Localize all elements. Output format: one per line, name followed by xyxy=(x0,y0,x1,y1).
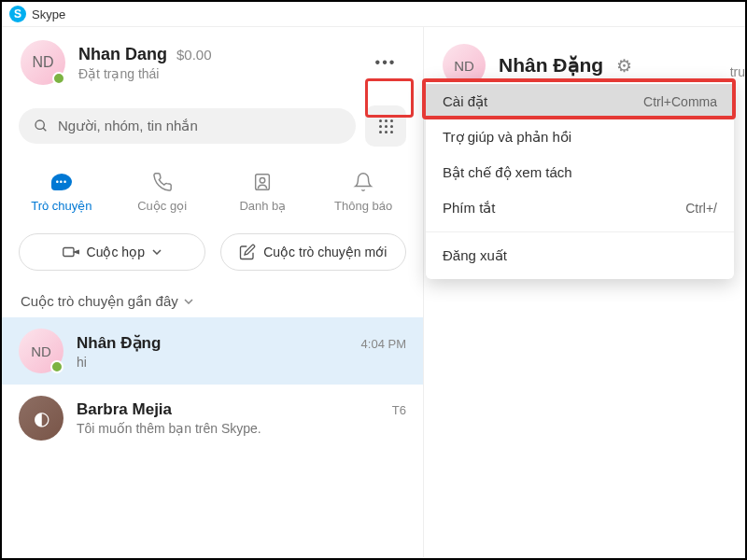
menu-item-signout[interactable]: Đăng xuất xyxy=(426,238,734,273)
svg-line-1 xyxy=(43,128,46,131)
svg-point-3 xyxy=(261,177,266,183)
new-chat-button[interactable]: Cuộc trò chuyện mới xyxy=(220,233,407,271)
tab-calls[interactable]: Cuộc gọi xyxy=(112,171,213,213)
titlebar: S Skype xyxy=(2,2,745,27)
search-icon xyxy=(34,119,49,133)
phone-icon xyxy=(152,172,173,192)
shortcut-label: Ctrl+Comma xyxy=(643,94,717,109)
tab-notifications[interactable]: Thông báo xyxy=(313,171,414,213)
chat-icon: ••• xyxy=(51,174,72,190)
skype-logo-icon: S xyxy=(9,6,26,22)
truncated-text: tru xyxy=(730,64,745,79)
svg-marker-5 xyxy=(74,251,78,254)
dialpad-button[interactable] xyxy=(365,105,406,147)
more-icon xyxy=(375,54,397,71)
profile-name: Nhan Dang xyxy=(78,45,167,64)
more-dropdown-menu: Cài đặt Ctrl+Comma Trợ giúp và phản hồi … xyxy=(426,78,734,279)
tab-contacts[interactable]: Danh bạ xyxy=(213,171,314,213)
shortcut-label: Ctrl+/ xyxy=(685,201,717,216)
chat-title: Nhân Đặng xyxy=(499,54,603,77)
svg-rect-4 xyxy=(63,248,73,257)
search-input[interactable]: Người, nhóm, tin nhắn xyxy=(19,108,356,144)
conversation-item[interactable]: ND Nhân Đặng 4:04 PM hi xyxy=(2,317,423,385)
avatar: ND xyxy=(19,329,63,373)
video-icon xyxy=(63,245,79,259)
menu-separator xyxy=(426,231,734,232)
conversation-time: T6 xyxy=(392,403,406,417)
menu-item-settings[interactable]: Cài đặt Ctrl+Comma xyxy=(426,84,734,119)
chevron-down-icon xyxy=(184,299,193,304)
avatar[interactable]: ND xyxy=(21,40,65,85)
conversation-item[interactable]: ◐ Barbra Mejia T6 Tôi muốn thêm bạn trên… xyxy=(2,385,423,452)
conversation-preview: hi xyxy=(77,355,406,370)
profile-section: ND Nhan Dang $0.00 Đặt trạng thái xyxy=(2,27,423,94)
gear-icon[interactable]: ⚙ xyxy=(616,55,632,77)
contacts-icon xyxy=(252,172,273,192)
compose-icon xyxy=(239,244,256,260)
bell-icon xyxy=(353,172,374,192)
presence-indicator-icon xyxy=(50,360,63,373)
more-menu-button[interactable] xyxy=(367,47,404,78)
conversation-preview: Tôi muốn thêm bạn trên Skype. xyxy=(77,421,406,436)
avatar: ◐ xyxy=(19,396,63,441)
menu-item-split-view[interactable]: Bật chế độ xem tách xyxy=(426,155,734,190)
conversation-name: Nhân Đặng xyxy=(77,333,161,353)
conversation-time: 4:04 PM xyxy=(361,337,406,351)
meet-now-button[interactable]: Cuộc họp xyxy=(19,233,205,271)
dialpad-icon xyxy=(379,119,393,133)
set-status-link[interactable]: Đặt trạng thái xyxy=(78,66,367,81)
nav-tabs: ••• Trò chuyện Cuộc gọi Danh bạ Thông bá… xyxy=(2,154,423,222)
recent-chats-header[interactable]: Cuộc trò chuyện gần đây xyxy=(2,282,423,317)
tab-chats[interactable]: ••• Trò chuyện xyxy=(11,171,112,213)
chevron-down-icon xyxy=(152,249,162,255)
presence-indicator-icon xyxy=(52,72,65,85)
conversation-name: Barbra Mejia xyxy=(77,400,172,419)
menu-item-shortcuts[interactable]: Phím tắt Ctrl+/ xyxy=(426,190,734,226)
menu-item-help[interactable]: Trợ giúp và phản hồi xyxy=(426,119,734,155)
credit-balance[interactable]: $0.00 xyxy=(176,47,212,63)
svg-point-0 xyxy=(35,120,44,129)
sidebar: ND Nhan Dang $0.00 Đặt trạng thái Người,… xyxy=(2,27,424,557)
app-name: Skype xyxy=(32,7,65,21)
